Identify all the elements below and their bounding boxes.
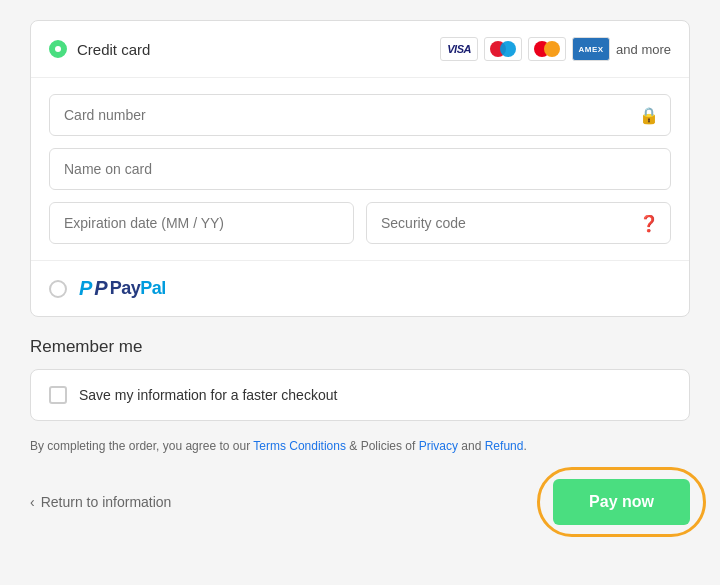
bottom-bar: ‹ Return to information Pay now <box>30 479 690 525</box>
return-link[interactable]: ‹ Return to information <box>30 494 171 510</box>
expiration-input[interactable] <box>49 202 354 244</box>
paypal-section[interactable]: PP PayPal <box>31 260 689 316</box>
credit-card-left: Credit card <box>49 40 150 58</box>
help-icon[interactable]: ❓ <box>639 214 659 233</box>
amex-logo: AMEX <box>572 37 610 61</box>
credit-card-header[interactable]: Credit card VISA AMEX and more <box>31 21 689 78</box>
paypal-radio[interactable] <box>49 280 67 298</box>
expiration-wrapper <box>49 202 354 244</box>
payment-card: Credit card VISA AMEX and more <box>30 20 690 317</box>
save-info-card: Save my information for a faster checkou… <box>30 369 690 421</box>
expiry-security-row: ❓ <box>49 202 671 244</box>
name-on-card-wrapper <box>49 148 671 190</box>
footer-and: and <box>458 439 485 453</box>
credit-card-form: 🔒 ❓ <box>31 78 689 260</box>
credit-card-radio[interactable] <box>49 40 67 58</box>
security-code-input[interactable] <box>366 202 671 244</box>
mastercard-logo <box>528 37 566 61</box>
return-label: Return to information <box>41 494 172 510</box>
paypal-logo: PP PayPal <box>79 277 166 300</box>
save-info-label: Save my information for a faster checkou… <box>79 387 337 403</box>
paypal-text: PayPal <box>110 278 166 299</box>
footer-end: . <box>523 439 526 453</box>
visa-logo: VISA <box>440 37 478 61</box>
chevron-left-icon: ‹ <box>30 494 35 510</box>
maestro-logo <box>484 37 522 61</box>
credit-card-label: Credit card <box>77 41 150 58</box>
save-info-checkbox[interactable] <box>49 386 67 404</box>
footer-middle: & Policies of <box>346 439 419 453</box>
terms-link[interactable]: Terms Conditions <box>253 439 346 453</box>
paypal-text-blue: Pal <box>140 278 166 298</box>
refund-link[interactable]: Refund <box>485 439 524 453</box>
card-number-input[interactable] <box>49 94 671 136</box>
remember-me-section: Remember me Save my information for a fa… <box>30 337 690 421</box>
privacy-link[interactable]: Privacy <box>419 439 458 453</box>
name-on-card-input[interactable] <box>49 148 671 190</box>
paypal-icon-dark: P <box>94 277 107 300</box>
page-container: Credit card VISA AMEX and more <box>30 10 690 535</box>
lock-icon: 🔒 <box>639 106 659 125</box>
and-more-label: and more <box>616 42 671 57</box>
paypal-text-dark: Pay <box>110 278 141 298</box>
security-code-wrapper: ❓ <box>366 202 671 244</box>
remember-me-title: Remember me <box>30 337 690 357</box>
card-logos: VISA AMEX and more <box>440 37 671 61</box>
card-number-field-wrapper: 🔒 <box>49 94 671 136</box>
paypal-icon-blue: P <box>79 277 92 300</box>
footer-text: By completing the order, you agree to ou… <box>30 437 690 455</box>
pay-now-wrapper: Pay now <box>553 479 690 525</box>
pay-now-button[interactable]: Pay now <box>553 479 690 525</box>
footer-before: By completing the order, you agree to ou… <box>30 439 253 453</box>
